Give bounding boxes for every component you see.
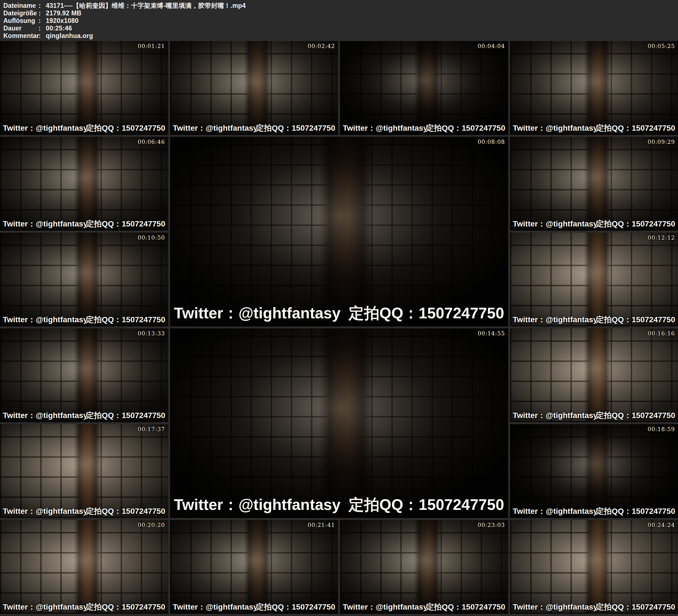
seek-timestamp: 00:08:08 <box>478 139 505 145</box>
qq-watermark: 定拍QQ：1507247750 <box>349 495 504 515</box>
file-info-row-comment: Kommentar : qinglanhua.org <box>3 32 675 40</box>
file-info-row-filename: Dateiname : 43171----【哈莉奎因】维维：十字架束缚-嘴里填满… <box>3 2 675 9</box>
video-frame-thumbnail: 00:10:50 Twitter：@tightfantasy 定拍QQ：1507… <box>0 233 168 326</box>
comment-value: qinglanhua.org <box>46 32 93 40</box>
filesize-value: 2179.92 MB <box>46 9 81 17</box>
video-frame-thumbnail: 00:08:08 Twitter：@tightfantasy 定拍QQ：1507… <box>170 137 508 326</box>
video-frame-thumbnail: 00:14:55 Twitter：@tightfantasy 定拍QQ：1507… <box>170 329 508 518</box>
duration-value: 00:25:46 <box>46 25 72 32</box>
video-frame-thumbnail: 00:12:12 Twitter：@tightfantasy 定拍QQ：1507… <box>510 233 678 326</box>
video-frame-thumbnail: 00:21:41 Twitter：@tightfantasy 定拍QQ：1507… <box>170 520 338 614</box>
twitter-watermark: Twitter：@tightfantasy <box>513 123 598 133</box>
separator: : <box>39 9 46 17</box>
video-frame-thumbnail: 00:24:24 Twitter：@tightfantasy 定拍QQ：1507… <box>510 520 678 614</box>
qq-watermark: 定拍QQ：1507247750 <box>596 506 675 516</box>
seek-timestamp: 00:16:16 <box>647 330 675 337</box>
qq-watermark: 定拍QQ：1507247750 <box>596 123 675 133</box>
qq-watermark: 定拍QQ：1507247750 <box>596 410 675 421</box>
video-frame-thumbnail: 00:23:03 Twitter：@tightfantasy 定拍QQ：1507… <box>340 520 508 614</box>
resolution-value: 1920x1080 <box>46 17 78 25</box>
seek-timestamp: 00:14:55 <box>478 330 505 337</box>
file-info-row-resolution: Auflösung : 1920x1080 <box>3 17 675 25</box>
qq-watermark: 定拍QQ：1507247750 <box>86 219 165 229</box>
separator: : <box>39 25 46 32</box>
seek-timestamp: 00:24:24 <box>647 522 675 528</box>
qq-watermark: 定拍QQ：1507247750 <box>426 123 505 133</box>
video-frame-thumbnail: 00:04:04 Twitter：@tightfantasy 定拍QQ：1507… <box>340 41 508 135</box>
twitter-watermark: Twitter：@tightfantasy <box>3 314 88 325</box>
filename-label: Dateiname <box>3 2 39 9</box>
twitter-watermark: Twitter：@tightfantasy <box>3 410 88 421</box>
seek-timestamp: 00:23:03 <box>478 522 505 528</box>
twitter-watermark: Twitter：@tightfantasy <box>513 219 598 229</box>
video-frame-thumbnail: 00:13:33 Twitter：@tightfantasy 定拍QQ：1507… <box>0 329 168 422</box>
file-info-row-filesize: Dateigröße : 2179.92 MB <box>3 9 675 17</box>
seek-timestamp: 00:21:41 <box>308 522 335 528</box>
separator: : <box>39 32 46 40</box>
qq-watermark: 定拍QQ：1507247750 <box>426 602 505 612</box>
qq-watermark: 定拍QQ：1507247750 <box>86 506 165 516</box>
qq-watermark: 定拍QQ：1507247750 <box>596 219 675 229</box>
comment-label: Kommentar <box>3 32 39 40</box>
twitter-watermark: Twitter：@tightfantasy <box>513 602 598 612</box>
twitter-watermark: Twitter：@tightfantasy <box>513 314 598 325</box>
video-frame-thumbnail: 00:17:37 Twitter：@tightfantasy 定拍QQ：1507… <box>0 424 168 518</box>
filesize-label: Dateigröße <box>3 9 39 17</box>
video-frame-thumbnail: 00:18:59 Twitter：@tightfantasy 定拍QQ：1507… <box>510 424 678 518</box>
qq-watermark: 定拍QQ：1507247750 <box>349 303 504 324</box>
qq-watermark: 定拍QQ：1507247750 <box>86 410 165 421</box>
qq-watermark: 定拍QQ：1507247750 <box>596 602 675 612</box>
twitter-watermark: Twitter：@tightfantasy <box>3 602 88 612</box>
file-info-row-duration: Dauer : 00:25:46 <box>3 25 675 32</box>
file-info-header: Dateiname : 43171----【哈莉奎因】维维：十字架束缚-嘴里填满… <box>0 0 678 41</box>
video-frame-thumbnail: 00:16:16 Twitter：@tightfantasy 定拍QQ：1507… <box>510 329 678 422</box>
twitter-watermark: Twitter：@tightfantasy <box>343 602 428 612</box>
separator: : <box>39 17 46 25</box>
seek-timestamp: 00:01:21 <box>138 43 165 49</box>
seek-timestamp: 00:18:59 <box>647 426 675 432</box>
qq-watermark: 定拍QQ：1507247750 <box>86 123 165 133</box>
video-frame-thumbnail: 00:09:29 Twitter：@tightfantasy 定拍QQ：1507… <box>510 137 678 231</box>
seek-timestamp: 00:10:50 <box>138 234 165 241</box>
seek-timestamp: 00:05:25 <box>647 43 675 49</box>
twitter-watermark: Twitter：@tightfantasy <box>3 123 88 133</box>
qq-watermark: 定拍QQ：1507247750 <box>256 602 335 612</box>
video-frame-thumbnail: 00:05:25 Twitter：@tightfantasy 定拍QQ：1507… <box>510 41 678 135</box>
separator: : <box>39 2 46 9</box>
duration-label: Dauer <box>3 25 39 32</box>
seek-timestamp: 00:09:29 <box>647 139 675 145</box>
twitter-watermark: Twitter：@tightfantasy <box>513 506 598 516</box>
seek-timestamp: 00:02:42 <box>308 43 335 49</box>
twitter-watermark: Twitter：@tightfantasy <box>3 506 88 516</box>
seek-timestamp: 00:20:20 <box>138 522 165 528</box>
seek-timestamp: 00:17:37 <box>138 426 165 432</box>
seek-timestamp: 00:12:12 <box>647 234 675 241</box>
twitter-watermark: Twitter：@tightfantasy <box>174 495 341 515</box>
resolution-label: Auflösung <box>3 17 39 25</box>
video-frame-thumbnail: 00:06:46 Twitter：@tightfantasy 定拍QQ：1507… <box>0 137 168 231</box>
twitter-watermark: Twitter：@tightfantasy <box>343 123 428 133</box>
twitter-watermark: Twitter：@tightfantasy <box>3 219 88 229</box>
twitter-watermark: Twitter：@tightfantasy <box>174 303 341 324</box>
twitter-watermark: Twitter：@tightfantasy <box>173 602 258 612</box>
qq-watermark: 定拍QQ：1507247750 <box>256 123 335 133</box>
twitter-watermark: Twitter：@tightfantasy <box>173 123 258 133</box>
seek-timestamp: 00:06:46 <box>138 139 165 145</box>
filename-value: 43171----【哈莉奎因】维维：十字架束缚-嘴里填满，胶带封嘴！.mp4 <box>46 2 246 9</box>
qq-watermark: 定拍QQ：1507247750 <box>86 602 165 612</box>
video-frame-thumbnail: 00:01:21 Twitter：@tightfantasy 定拍QQ：1507… <box>0 41 168 135</box>
thumbnail-grid: 00:01:21 Twitter：@tightfantasy 定拍QQ：1507… <box>0 41 678 614</box>
video-frame-thumbnail: 00:02:42 Twitter：@tightfantasy 定拍QQ：1507… <box>170 41 338 135</box>
qq-watermark: 定拍QQ：1507247750 <box>596 314 675 325</box>
seek-timestamp: 00:04:04 <box>478 43 505 49</box>
seek-timestamp: 00:13:33 <box>138 330 165 337</box>
qq-watermark: 定拍QQ：1507247750 <box>86 314 165 325</box>
video-frame-thumbnail: 00:20:20 Twitter：@tightfantasy 定拍QQ：1507… <box>0 520 168 614</box>
twitter-watermark: Twitter：@tightfantasy <box>513 410 598 421</box>
